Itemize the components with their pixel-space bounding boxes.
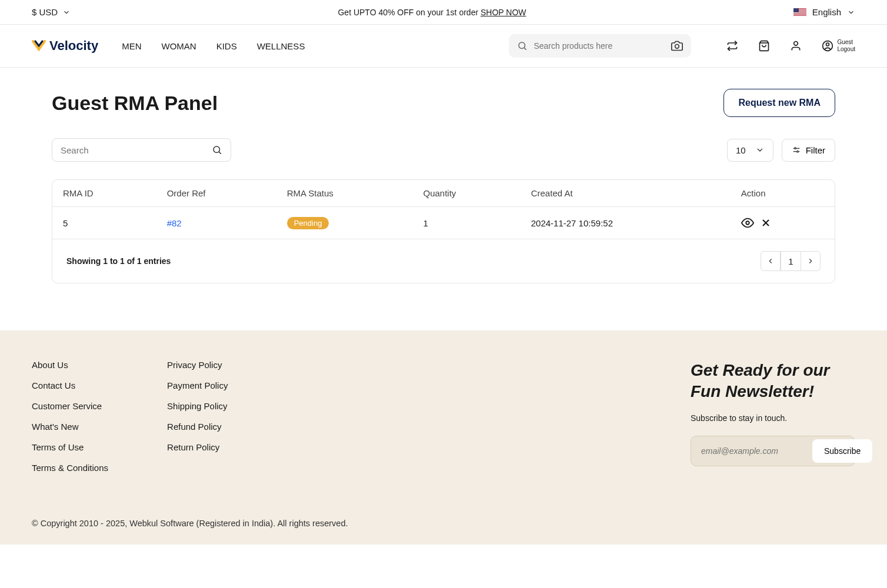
svg-point-0 [519, 42, 525, 49]
search-icon [212, 145, 222, 155]
us-flag-icon [793, 8, 806, 16]
newsletter-block: Get Ready for our Fun Newsletter! Subscr… [691, 360, 855, 473]
page-title: Guest RMA Panel [52, 92, 218, 115]
footer-return-policy[interactable]: Return Policy [167, 442, 228, 452]
footer-col-2: Privacy Policy Payment Policy Shipping P… [167, 360, 228, 473]
nav-men[interactable]: MEN [122, 41, 141, 51]
rma-table: RMA ID Order Ref RMA Status Quantity Cre… [52, 179, 835, 283]
footer-customer-service[interactable]: Customer Service [32, 401, 108, 411]
guest-account[interactable]: Guest Logout [822, 39, 855, 53]
chevron-down-icon [62, 8, 71, 16]
subscribe-button[interactable]: Subscribe [812, 439, 872, 463]
pager-prev[interactable] [761, 251, 781, 271]
pager-current[interactable]: 1 [781, 251, 801, 271]
request-rma-button[interactable]: Request new RMA [723, 89, 835, 117]
promo-banner: Get UPTO 40% OFF on your 1st order SHOP … [338, 8, 526, 17]
currency-selector[interactable]: $ USD [32, 7, 71, 17]
product-search-input[interactable] [533, 41, 665, 51]
footer-about-us[interactable]: About Us [32, 360, 108, 370]
chevron-down-icon [755, 145, 765, 155]
col-created-at: Created At [522, 180, 732, 207]
filter-icon [792, 145, 801, 155]
shop-now-link[interactable]: SHOP NOW [481, 8, 526, 17]
language-label: English [812, 7, 841, 17]
footer-shipping-policy[interactable]: Shipping Policy [167, 401, 228, 411]
copyright-text: © Copyright 2010 - 2025, Webkul Software… [32, 502, 855, 544]
chevron-down-icon [847, 8, 855, 16]
table-row: 5 #82 Pending 1 2024-11-27 10:59:52 [52, 207, 835, 239]
col-rma-status: RMA Status [278, 180, 414, 207]
cell-quantity: 1 [414, 207, 522, 239]
footer-terms-of-use[interactable]: Terms of Use [32, 442, 108, 452]
product-search[interactable] [509, 34, 691, 58]
language-selector[interactable]: English [793, 7, 855, 17]
svg-point-7 [214, 146, 220, 153]
chevron-right-icon [806, 257, 815, 265]
logo-text: Velocity [49, 38, 98, 54]
svg-point-4 [794, 42, 798, 46]
logout-label: Logout [837, 46, 855, 53]
account-circle-icon [822, 40, 833, 52]
per-page-value: 10 [736, 145, 746, 155]
footer-privacy-policy[interactable]: Privacy Policy [167, 360, 228, 370]
main-nav: MEN WOMAN KIDS WELLNESS [122, 41, 305, 51]
footer-whats-new[interactable]: What's New [32, 422, 108, 432]
svg-line-8 [219, 152, 221, 153]
newsletter-subtitle: Subscribe to stay in touch. [691, 413, 855, 423]
newsletter-email-input[interactable] [694, 440, 812, 462]
guest-label: Guest [837, 39, 855, 46]
col-quantity: Quantity [414, 180, 522, 207]
search-icon [517, 41, 528, 51]
filter-label: Filter [806, 145, 825, 155]
compare-icon[interactable] [726, 40, 738, 52]
nav-wellness[interactable]: WELLNESS [257, 41, 305, 51]
newsletter-form: Subscribe [691, 436, 855, 466]
table-search[interactable] [52, 138, 231, 162]
svg-point-12 [796, 151, 798, 152]
cell-rma-id: 5 [52, 207, 158, 239]
nav-woman[interactable]: WOMAN [162, 41, 196, 51]
footer-refund-policy[interactable]: Refund Policy [167, 422, 228, 432]
entries-summary: Showing 1 to 1 of 1 entries [66, 256, 171, 266]
footer-payment-policy[interactable]: Payment Policy [167, 380, 228, 390]
col-action: Action [732, 180, 835, 207]
pagination: 1 [761, 251, 821, 271]
cell-created-at: 2024-11-27 10:59:52 [522, 207, 732, 239]
footer-terms-conditions[interactable]: Terms & Conditions [32, 463, 108, 473]
footer-contact-us[interactable]: Contact Us [32, 380, 108, 390]
chevron-left-icon [766, 257, 775, 265]
newsletter-title: Get Ready for our Fun Newsletter! [691, 360, 855, 403]
promo-text: Get UPTO 40% OFF on your 1st order [338, 8, 481, 17]
status-badge: Pending [287, 217, 329, 229]
col-order-ref: Order Ref [158, 180, 278, 207]
svg-point-6 [826, 43, 829, 46]
footer-col-1: About Us Contact Us Customer Service Wha… [32, 360, 108, 473]
pager-next[interactable] [801, 251, 821, 271]
svg-point-13 [746, 221, 749, 225]
close-icon [760, 217, 772, 229]
table-search-input[interactable] [61, 145, 206, 155]
eye-icon [741, 216, 754, 229]
camera-icon[interactable] [671, 40, 683, 52]
cart-icon[interactable] [758, 40, 770, 52]
svg-point-2 [675, 45, 679, 49]
filter-button[interactable]: Filter [782, 139, 835, 162]
per-page-select[interactable]: 10 [727, 139, 773, 162]
logo-mark-icon [32, 40, 46, 52]
cancel-action[interactable] [760, 217, 772, 229]
svg-point-11 [794, 148, 796, 149]
svg-line-1 [525, 48, 526, 49]
col-rma-id: RMA ID [52, 180, 158, 207]
currency-label: $ USD [32, 7, 58, 17]
user-icon[interactable] [790, 40, 802, 52]
logo[interactable]: Velocity [32, 38, 98, 54]
view-action[interactable] [741, 216, 754, 229]
nav-kids[interactable]: KIDS [216, 41, 237, 51]
order-ref-link[interactable]: #82 [167, 218, 182, 228]
